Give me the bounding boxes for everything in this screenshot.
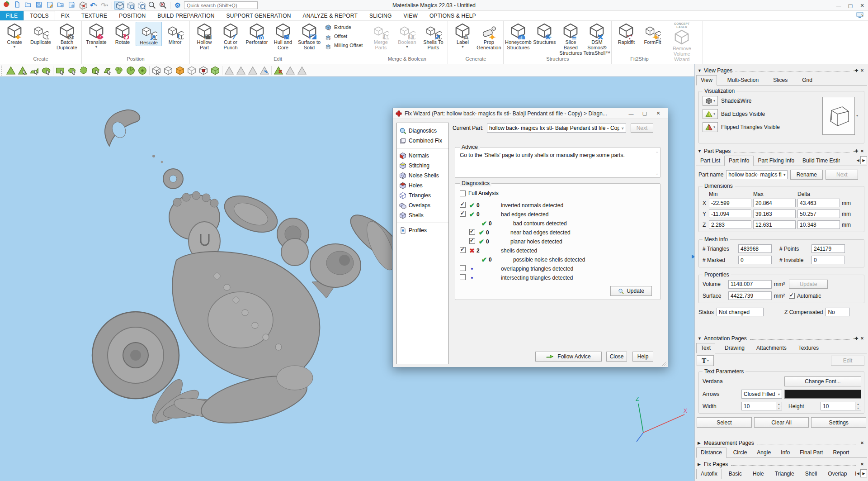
- menu-texture[interactable]: TEXTURE: [75, 11, 113, 20]
- select-window-icon[interactable]: [162, 65, 174, 76]
- fix-page-holes[interactable]: Holes: [397, 181, 448, 190]
- fix-page-profiles[interactable]: Profiles: [397, 225, 448, 235]
- fix-page-combined-fix[interactable]: Combined Fix: [397, 136, 448, 146]
- y-delta-field[interactable]: 50.257: [797, 210, 840, 218]
- spin-down-icon[interactable]: ▼: [855, 406, 861, 410]
- collapse-icon[interactable]: ▶: [698, 462, 704, 467]
- height-value[interactable]: 10: [821, 402, 855, 410]
- pin-icon[interactable]: -✚: [853, 68, 859, 73]
- spin-up-icon[interactable]: ▲: [855, 402, 861, 406]
- tab-attachments[interactable]: Attachments: [752, 343, 791, 353]
- save-as-icon[interactable]: [45, 1, 55, 10]
- resize-grip[interactable]: [661, 361, 667, 367]
- checkbox[interactable]: [460, 211, 466, 217]
- checkbox[interactable]: [460, 265, 466, 271]
- tab-hole[interactable]: Hole: [749, 469, 768, 479]
- checkbox[interactable]: [469, 238, 475, 244]
- ribbon-button-milling-offset[interactable]: Milling Offset: [324, 41, 363, 49]
- mark-triangles-cursor-icon[interactable]: [17, 65, 28, 76]
- tab-final-part[interactable]: Final Part: [796, 448, 827, 457]
- ellipse-selection-icon[interactable]: [66, 65, 78, 76]
- fix-page-overlaps[interactable]: Overlaps: [397, 200, 448, 210]
- ribbon-button-surface-to-solid[interactable]: ◪ Surface to Solid: [296, 22, 322, 51]
- menu-tools[interactable]: TOOLS: [24, 11, 55, 20]
- ribbon-button-hollow-part[interactable]: ▣ Hollow Part: [191, 22, 217, 51]
- tab-circle[interactable]: Circle: [729, 448, 751, 457]
- tab-distance[interactable]: Distance: [696, 448, 726, 458]
- collapse-icon[interactable]: ▼: [698, 149, 704, 153]
- settings-button[interactable]: Settings: [811, 417, 866, 428]
- checkbox[interactable]: [460, 247, 466, 253]
- ribbon-button-dsm-somos-tetrashell-[interactable]: ✕ DSM Somos® TetraShell™: [584, 22, 610, 56]
- arrow-color-swatch[interactable]: [784, 390, 861, 399]
- tab-scroll-right-button[interactable]: ▶: [860, 469, 867, 477]
- toolbar-drag-handle[interactable]: [1, 66, 4, 76]
- edit-button[interactable]: Edit: [831, 356, 864, 366]
- redo-icon[interactable]: ↷▾: [99, 1, 109, 10]
- scroll-up-icon[interactable]: ⌃: [655, 151, 659, 156]
- width-value[interactable]: 10: [741, 402, 776, 410]
- menu-analyze-report[interactable]: ANALYZE & REPORT: [297, 11, 363, 20]
- close-icon[interactable]: ✕: [859, 336, 865, 341]
- ribbon-button-boolean[interactable]: ∪ Boolean▼: [394, 22, 420, 49]
- unmark-triangle-icon[interactable]: [223, 65, 235, 76]
- scroll-down-icon[interactable]: ⌄: [655, 171, 659, 176]
- new-project-icon[interactable]: [13, 1, 23, 10]
- tab-scroll-right-button[interactable]: ▶: [860, 156, 867, 164]
- polygon-selection-icon[interactable]: [90, 65, 101, 76]
- undo-icon[interactable]: ↶▾: [89, 1, 99, 10]
- menu-slicing[interactable]: SLICING: [363, 11, 397, 20]
- tab-angle[interactable]: Angle: [753, 448, 775, 457]
- ribbon-button-structures[interactable]: ✳ Structures: [531, 22, 557, 45]
- delete-marked-icon[interactable]: [273, 65, 284, 76]
- tab-build-time-estimation[interactable]: Build Time Estimatio: [798, 156, 840, 166]
- surface-field[interactable]: 4422.739: [728, 291, 772, 300]
- ribbon-button-slice-based-structures[interactable]: ≡ Slice Based Structures: [557, 22, 584, 56]
- pin-icon[interactable]: -✚: [853, 148, 859, 154]
- collapse-icon[interactable]: ▶: [698, 441, 704, 445]
- width-stepper[interactable]: 10 ▲▼: [741, 402, 782, 410]
- automatic-checkbox[interactable]: [789, 293, 795, 299]
- save-icon[interactable]: [34, 1, 44, 10]
- capture-screenshot-icon[interactable]: [856, 12, 864, 19]
- close-icon[interactable]: ✕: [859, 68, 865, 73]
- ribbon-button-batch-duplicate[interactable]: ⚙ Batch Duplicate: [54, 22, 80, 51]
- chevron-down-icon[interactable]: ▾: [856, 114, 858, 118]
- menu-position[interactable]: POSITION: [113, 11, 151, 20]
- next-button[interactable]: Next: [631, 124, 653, 133]
- select-core-icon[interactable]: [198, 65, 209, 76]
- ribbon-button-hull-and-core[interactable]: ◙ Hull and Core: [270, 22, 296, 51]
- tab-text[interactable]: Text: [696, 343, 715, 353]
- fix-page-noise-shells[interactable]: Noise Shells: [397, 171, 448, 181]
- mark-surface-icon[interactable]: [28, 65, 40, 76]
- x-delta-field[interactable]: 43.463: [797, 199, 840, 207]
- checkbox[interactable]: [460, 274, 466, 280]
- ribbon-button-offset[interactable]: ↑Offset: [324, 32, 363, 40]
- close-dialog-button[interactable]: Close: [606, 352, 627, 362]
- invisible-field[interactable]: 0: [811, 256, 845, 264]
- unmark-plane-icon[interactable]: [235, 65, 247, 76]
- tab-grid[interactable]: Grid: [798, 76, 816, 85]
- mark-triangle-icon[interactable]: [5, 65, 17, 76]
- pin-icon[interactable]: -✚: [853, 336, 859, 341]
- tab-shell[interactable]: Shell: [801, 469, 821, 479]
- ribbon-button-remove-volume-wizard[interactable]: CONCEPTLASER Remove Volume Wizard: [669, 22, 695, 63]
- ribbon-button-merge-parts[interactable]: { Merge Parts: [368, 22, 394, 51]
- menu-build-preparation[interactable]: BUILD PREPARATION: [151, 11, 220, 20]
- tab-autofix[interactable]: Autofix: [696, 469, 722, 479]
- tab-report[interactable]: Report: [829, 448, 853, 457]
- close-icon[interactable]: ✕: [859, 440, 865, 446]
- next-part-button[interactable]: Next: [826, 170, 858, 180]
- collapse-icon[interactable]: ▼: [698, 68, 704, 73]
- menu-view[interactable]: VIEW: [397, 11, 423, 20]
- points-field[interactable]: 241179: [811, 244, 845, 253]
- dialog-maximize-button[interactable]: ▢: [638, 109, 651, 119]
- select-part-icon[interactable]: [151, 65, 162, 76]
- measurement-pages-header[interactable]: ▶ Measurement Pages ✕: [696, 439, 867, 447]
- view-orientation-preview[interactable]: [822, 97, 855, 135]
- fix-page-triangles[interactable]: Triangles: [397, 190, 448, 200]
- dialog-close-button[interactable]: ✕: [651, 109, 665, 119]
- ribbon-button-shells-to-parts[interactable]: ↗ Shells To Parts: [420, 22, 446, 51]
- ribbon-button-rescale[interactable]: ↗ Rescale: [136, 22, 162, 46]
- ribbon-button-honeycomb-structures[interactable]: ◍ Honeycomb Structures: [505, 22, 531, 51]
